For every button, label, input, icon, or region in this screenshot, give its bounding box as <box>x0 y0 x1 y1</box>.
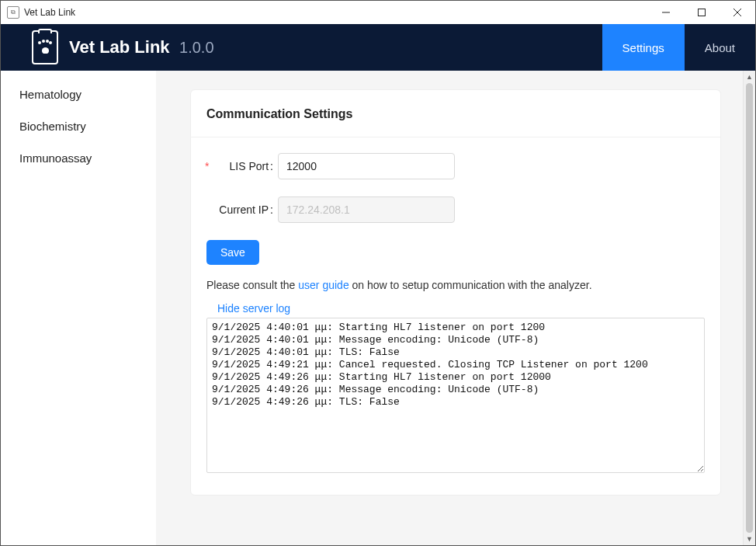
app-body: Hematology Biochemistry Immunoassay Comm… <box>1 71 755 545</box>
maximize-button[interactable] <box>684 1 720 24</box>
scroll-up-arrow-icon[interactable]: ▲ <box>744 71 755 83</box>
sidebar: Hematology Biochemistry Immunoassay <box>1 71 156 545</box>
current-ip-row: Current IP: <box>206 196 705 223</box>
nav-settings[interactable]: Settings <box>602 24 685 71</box>
maximize-icon <box>698 9 706 16</box>
lis-port-input[interactable] <box>278 153 455 179</box>
app-icon: ⧉ <box>7 6 19 19</box>
hint-text: Please consult the user guide on how to … <box>206 279 705 291</box>
save-button[interactable]: Save <box>206 240 259 265</box>
app-window: ⧉ Vet Lab Link Vet Lab Link 1.0.0 Sett <box>0 0 756 546</box>
sidebar-item-hematology[interactable]: Hematology <box>1 78 156 110</box>
lis-port-row: LIS Port: <box>206 153 705 179</box>
server-log[interactable] <box>206 318 705 473</box>
card-title: Communication Settings <box>191 90 720 137</box>
window-title: Vet Lab Link <box>24 7 75 18</box>
titlebar: ⧉ Vet Lab Link <box>1 1 755 24</box>
minimize-button[interactable] <box>648 1 684 24</box>
scroll-down-arrow-icon[interactable]: ▼ <box>744 533 755 545</box>
toggle-server-log-link[interactable]: Hide server log <box>217 302 705 315</box>
nav-about[interactable]: About <box>685 24 755 71</box>
settings-card: Communication Settings LIS Port: Current… <box>190 89 721 496</box>
paw-icon <box>38 40 52 54</box>
logo-icon <box>32 30 58 64</box>
vertical-scrollbar[interactable]: ▲ ▼ <box>743 71 755 545</box>
lis-port-label: LIS Port: <box>206 160 273 172</box>
main-content: Communication Settings LIS Port: Current… <box>156 71 755 545</box>
scroll-track[interactable] <box>744 83 755 533</box>
logo: Vet Lab Link 1.0.0 <box>1 30 214 64</box>
user-guide-link[interactable]: user guide <box>298 279 349 291</box>
minimize-icon <box>662 9 670 16</box>
current-ip-label: Current IP: <box>206 203 273 216</box>
sidebar-item-biochemistry[interactable]: Biochemistry <box>1 110 156 142</box>
app-version: 1.0.0 <box>179 39 213 56</box>
app-header: Vet Lab Link 1.0.0 Settings About <box>1 24 755 71</box>
sidebar-item-immunoassay[interactable]: Immunoassay <box>1 142 156 174</box>
close-icon <box>733 9 741 16</box>
svg-rect-1 <box>699 9 706 16</box>
current-ip-input <box>278 196 455 223</box>
scroll-thumb[interactable] <box>746 83 753 533</box>
app-name: Vet Lab Link <box>69 37 170 57</box>
close-button[interactable] <box>720 1 755 24</box>
